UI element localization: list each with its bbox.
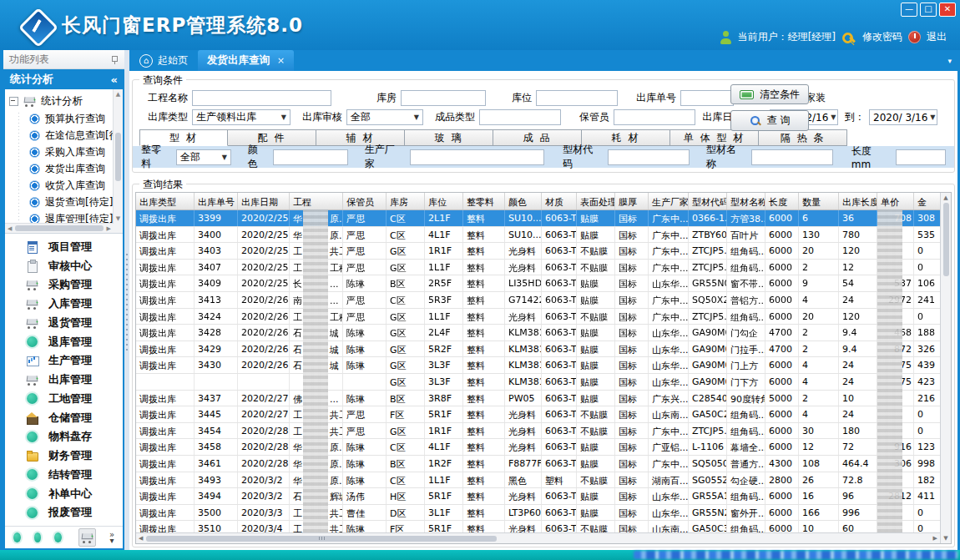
tree-item[interactable]: 发货出库查询 [29,160,113,177]
sidebar-splitter[interactable] [124,50,129,550]
tree-item[interactable]: 收货入库查询 [29,177,113,194]
module-cart-button[interactable] [78,528,96,547]
clear-conditions-button[interactable]: 清空条件 [730,84,809,104]
table-row[interactable]: 调拨出库35002020/3/3工共工程曹佳D区3L1F整料LT3P606063… [136,505,940,522]
column-header[interactable]: 金 [914,193,940,209]
outbound-type-select[interactable]: 生产领料出库▼ [192,109,291,125]
tree-vertical-scrollbar[interactable]: ▲▼ [113,89,123,233]
column-header[interactable]: 出库类型 [136,193,195,209]
sidebar-menu-item[interactable]: 结转管理 [25,467,123,482]
sidebar-menu-item[interactable]: 工地管理 [25,391,123,406]
sidebar-menu-item[interactable]: 仓储管理 [25,411,123,426]
column-header[interactable]: 膜厚 [615,193,649,209]
column-header[interactable]: 整零料 [463,193,505,209]
sidebar-menu-item[interactable]: 补单中心 [25,487,123,502]
tree-item[interactable]: 预算执行查询 [29,110,113,127]
minimize-button[interactable]: — [901,3,917,17]
module-dot-icon[interactable] [54,532,62,542]
table-row[interactable]: 调拨出库34452020/2/27工共工程严思F区5R1F整料光身料6063-T… [136,406,940,423]
location-input[interactable] [536,90,618,106]
outbound-no-input[interactable] [680,90,734,106]
profile-code-input[interactable] [608,149,690,165]
column-header[interactable]: 型材代码 [689,193,727,209]
column-header[interactable]: 颜色 [505,193,542,209]
table-row[interactable]: 调拨出库34002020/2/25华原...严思C区4L1F整料SU10...6… [136,227,940,244]
sidebar-menu-item[interactable]: 物料盘存 [25,429,123,444]
table-row[interactable]: 调拨出库34582020/2/28华原...陈琳C区4L1F整料光身料6063-… [136,439,940,456]
tab-outbound-query[interactable]: 发货出库查询 × [198,50,294,71]
table-row[interactable]: 调拨出库34072020/2/25工工程严思G区1L1F整料光身料6063-T5… [136,260,940,276]
sidebar-menu-item[interactable]: 入库管理 [25,296,123,311]
column-header[interactable]: 库位 [425,193,463,209]
zhengling-select[interactable]: 全部▼ [176,149,231,165]
tab-home[interactable]: ⌂ 起始页 [129,50,198,71]
material-tab[interactable]: 配 件 [228,129,316,146]
color-input[interactable] [273,149,348,165]
sidebar-menu-item[interactable]: 退货管理 [25,315,123,330]
warehouse-input[interactable] [401,90,486,106]
date-to-select[interactable]: 2020/ 3/16▼ [869,109,937,125]
column-header[interactable]: 出库日期 [238,193,290,209]
table-row[interactable]: 调拨出库34372020/2/27佛...陈琳B区3R8F整料PW056063-… [136,391,940,407]
column-header[interactable]: 出库单号 [195,193,238,209]
search-button[interactable]: 查 询 [730,110,809,131]
sidebar-menu-item[interactable]: 生产管理 [25,353,123,368]
tree-root-node[interactable]: 统计分析 [9,92,113,110]
module-dot-icon[interactable] [13,532,21,542]
table-row[interactable]: 调拨出库34942020/3/2石辉城汤伟H区5R1F整料光身料6063-T5贴… [136,488,940,505]
table-row[interactable]: 调拨出库33992020/2/25华原...严思C区2L1F整料SU10...6… [136,210,940,227]
table-row[interactable]: 调拨出库34282020/2/26石城陈琳G区2L4F整料KLM38176063… [136,325,940,341]
manufacturer-input[interactable] [410,149,545,165]
collapse-icon[interactable]: « [111,73,118,86]
tree-horizontal-scrollbar[interactable]: ◀▶ [5,223,114,233]
column-header[interactable]: 数量 [799,193,839,209]
table-row[interactable]: 调拨出库34292020/2/26石城陈琳G区5R2F整料KLM38176063… [136,341,940,358]
stats-section-header[interactable]: 统计分析 « [3,69,124,89]
profile-name-input[interactable] [751,149,833,165]
length-input[interactable] [896,149,946,165]
table-row[interactable]: 调拨出库34612020/2/28华原...陈琳B区1R2F整料F8877FT6… [136,456,940,472]
table-row[interactable]: 调拨出库34092020/2/25长...陈琳B区2R5F整料LI35HD606… [136,275,940,292]
column-header[interactable]: 单价 [877,193,914,209]
table-row[interactable]: 调拨出库34132020/2/26南...严思C区5R3F整料G71422606… [136,292,940,309]
column-header[interactable]: 库房 [387,193,425,209]
sidebar-menu-item[interactable]: 审核中心 [25,259,123,274]
table-row[interactable]: 调拨出库35102020/3/4工共工程陈琳F区5R1F整料光身料6063-T5… [136,521,940,532]
sidebar-menu-item[interactable]: 采购管理 [25,277,123,292]
close-button[interactable]: ✕ [939,3,956,17]
column-header[interactable]: 保管员 [343,193,387,209]
table-row[interactable]: 调拨出库34302020/2/26石城陈琳G区3L3F整料KLM38176063… [136,357,940,374]
column-header[interactable]: 出库长度 [839,193,877,209]
column-header[interactable]: 工程 [290,193,343,209]
tree-item[interactable]: 采购入库查询 [29,144,113,160]
column-header[interactable]: 材质 [542,193,577,209]
tree-item[interactable]: 退货查询[待定] [29,194,113,210]
maximize-button[interactable]: □ [920,3,937,17]
tabbar-caret-icon[interactable]: ▾ [947,57,952,65]
sidebar-menu-item[interactable]: 财务管理 [25,448,123,463]
material-tab[interactable]: 隔 热 条 [759,129,847,146]
product-type-input[interactable] [479,109,561,125]
material-tab[interactable]: 玻 璃 [405,129,493,146]
pin-icon[interactable] [111,55,119,64]
module-dot-icon[interactable] [34,532,42,542]
outbound-audit-select[interactable]: 全部▼ [346,109,423,125]
tree-collapse-icon[interactable] [9,97,18,106]
table-vertical-scrollbar[interactable]: ▲▼ [940,193,951,543]
keeper-input[interactable] [614,109,695,125]
logout-link[interactable]: 退出 [927,30,947,44]
sidebar-menu-item[interactable]: 退库管理 [25,335,123,350]
tab-close-icon[interactable]: × [277,55,285,66]
tree-item[interactable]: 在途信息查询[待 [29,127,113,144]
sidebar-menu-item[interactable]: 出库管理 [25,372,123,387]
table-row[interactable]: 调拨出库34242020/2/26工工程严思G区1L1F整料光身料6063-T5… [136,309,940,325]
table-row[interactable]: 调拨出库34542020/2/28工共工程严思G区1R1F整料光身料6063-T… [136,423,940,440]
column-header[interactable]: 长度 [765,193,799,209]
change-password-link[interactable]: 修改密码 [862,30,902,44]
column-header[interactable]: 生产厂家 [649,193,689,209]
project-name-input[interactable] [192,90,331,106]
sidebar-menu-item[interactable]: 报废管理 [25,505,123,520]
table-row[interactable]: 调拨出库34932020/3/2华原...陈琳C区1L1F整料黑色塑料不贴膜国标… [136,472,940,489]
table-horizontal-scrollbar[interactable]: ◀▶ [136,532,940,543]
sidebar-menu-item[interactable]: 项目管理 [25,240,123,255]
